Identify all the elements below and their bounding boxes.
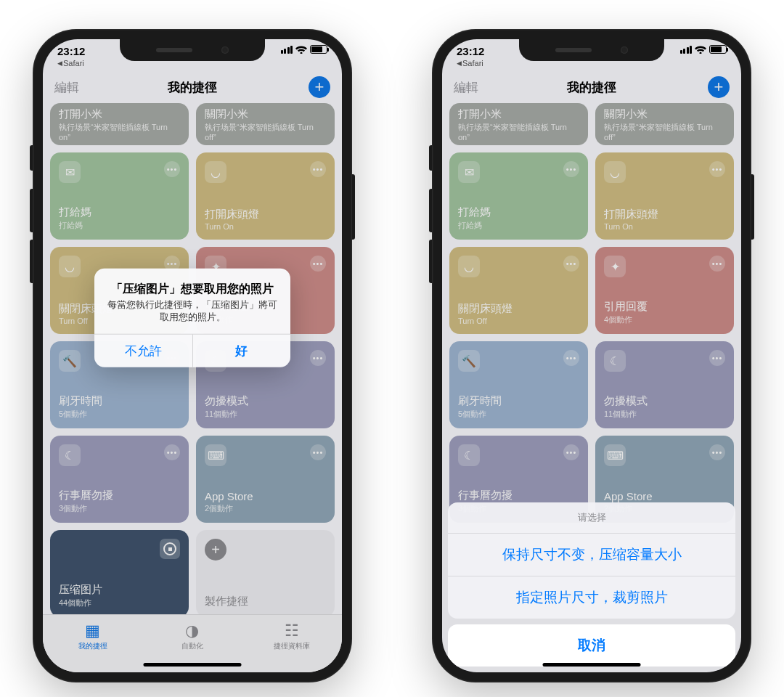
sheet-cancel-button[interactable]: 取消 <box>448 624 735 667</box>
notch <box>519 39 664 61</box>
sheet-title: 请选择 <box>448 502 735 534</box>
screen: 23:12 Safari 編輯 我的捷徑 + 打開小米 執行场景“米家智能插線板… <box>43 39 342 672</box>
alert-title: 「压缩图片」想要取用您的照片 <box>106 281 279 296</box>
notch <box>120 39 265 61</box>
action-sheet: 请选择 保持尺寸不变，压缩容量大小 指定照片尺寸，裁剪照片 取消 <box>448 502 735 667</box>
home-indicator[interactable] <box>543 663 641 667</box>
alert-deny-button[interactable]: 不允許 <box>94 335 193 367</box>
screen: 23:12 Safari 編輯 我的捷徑 + 打開小米 執行场景“米家智能插線板… <box>442 39 741 672</box>
permission-alert: 「压缩图片」想要取用您的照片 每當您執行此捷徑時，「压缩图片」將可取用您的照片。… <box>94 268 290 367</box>
alert-message: 每當您執行此捷徑時，「压缩图片」將可取用您的照片。 <box>106 299 279 324</box>
phone-mockup-left: 23:12 Safari 編輯 我的捷徑 + 打開小米 執行场景“米家智能插線板… <box>33 29 352 682</box>
alert-allow-button[interactable]: 好 <box>193 335 291 367</box>
sheet-option-keep-size[interactable]: 保持尺寸不变，压缩容量大小 <box>448 534 735 576</box>
phone-mockup-right: 23:12 Safari 編輯 我的捷徑 + 打開小米 執行场景“米家智能插線板… <box>432 29 751 682</box>
sheet-option-resize[interactable]: 指定照片尺寸，裁剪照片 <box>448 576 735 619</box>
